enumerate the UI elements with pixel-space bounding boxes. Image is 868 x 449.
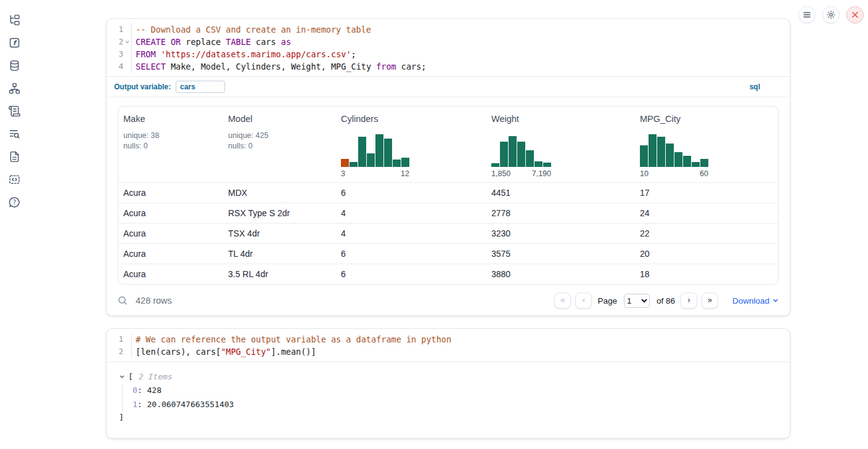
table-row: Acura3.5 RL 4dr6388018 bbox=[118, 264, 778, 284]
fold-slot bbox=[123, 60, 131, 73]
output-variable-label: Output variable: bbox=[114, 83, 171, 91]
column-header-cylinders[interactable]: Cylinders312 bbox=[336, 107, 486, 182]
line-gutter: 2 bbox=[107, 346, 132, 358]
table-header-row: Makeunique: 38nulls: 0Modelunique: 425nu… bbox=[118, 107, 778, 182]
line-number: 4 bbox=[118, 60, 123, 73]
code-token: TABLE bbox=[226, 37, 251, 47]
axis-max-label: 7,190 bbox=[532, 169, 551, 178]
line-number: 2 bbox=[118, 36, 123, 48]
code-content: FROM 'https://datasets.marimo.app/cars.c… bbox=[132, 48, 356, 60]
file-tree-icon[interactable] bbox=[8, 14, 21, 26]
tree-items-count: 2 Items bbox=[139, 370, 173, 384]
chevron-down-icon bbox=[772, 297, 779, 304]
snippets-icon[interactable] bbox=[8, 173, 21, 186]
last-page-button[interactable]: » bbox=[702, 293, 718, 309]
documentation-icon[interactable] bbox=[8, 150, 21, 163]
code-token: "MPG_City" bbox=[221, 347, 271, 357]
data-table: Makeunique: 38nulls: 0Modelunique: 425nu… bbox=[118, 106, 779, 285]
table-row: AcuraTL 4dr6357520 bbox=[118, 243, 778, 264]
table-cell: 17 bbox=[635, 188, 778, 198]
line-number: 1 bbox=[118, 23, 123, 36]
column-header-mpg_city[interactable]: MPG_City1060 bbox=[635, 107, 778, 182]
rows-info: 428 rows bbox=[118, 296, 172, 306]
tree-entry-value: 428 bbox=[147, 386, 161, 395]
datasources-icon[interactable] bbox=[8, 59, 21, 72]
histogram-bar bbox=[683, 156, 691, 167]
hamburger-menu-button[interactable] bbox=[798, 6, 816, 23]
column-header-model[interactable]: Modelunique: 425nulls: 0 bbox=[223, 107, 336, 182]
column-histogram: 312 bbox=[341, 134, 409, 178]
table-cell: 4451 bbox=[486, 188, 635, 198]
download-button[interactable]: Download bbox=[732, 296, 779, 305]
settings-button[interactable] bbox=[822, 6, 840, 23]
shutdown-close-icon bbox=[851, 11, 859, 18]
fold-chevron-icon[interactable] bbox=[123, 36, 131, 48]
svg-text:f: f bbox=[13, 39, 17, 46]
code-content: SELECT Make, Model, Cylinders, Weight, M… bbox=[132, 60, 426, 73]
tree-entry: 1: 20.060747663551403 bbox=[133, 398, 777, 412]
table-cell: 24 bbox=[635, 208, 778, 218]
tree-children: 0: 4281: 20.060747663551403 bbox=[122, 384, 777, 411]
axis-max-label: 60 bbox=[700, 169, 708, 178]
code-token: # We can reference the output variable a… bbox=[136, 334, 451, 344]
histogram-bar bbox=[500, 142, 508, 167]
dependency-graph-icon[interactable] bbox=[8, 82, 21, 95]
column-header-make[interactable]: Makeunique: 38nulls: 0 bbox=[118, 107, 223, 182]
histogram-bar bbox=[649, 134, 657, 167]
first-page-button[interactable]: « bbox=[554, 293, 571, 309]
variables-icon[interactable]: f bbox=[8, 36, 21, 49]
python-output-tree: [ 2 Items 0: 4281: 20.060747663551403 ] bbox=[107, 362, 790, 424]
tree-collapse-chevron-icon[interactable] bbox=[119, 374, 125, 380]
prev-page-button[interactable]: ‹ bbox=[575, 293, 592, 309]
table-cell: Acura bbox=[118, 229, 223, 238]
language-badge: sql bbox=[750, 83, 760, 91]
code-token: replace bbox=[181, 37, 226, 47]
histogram-bars bbox=[491, 134, 551, 167]
sql-code-editor[interactable]: 1-- Download a CSV and create an in-memo… bbox=[107, 19, 790, 77]
table-cell: 22 bbox=[635, 229, 778, 238]
next-page-button[interactable]: › bbox=[681, 293, 697, 309]
column-title: Model bbox=[228, 114, 331, 124]
histogram-axis: 1060 bbox=[640, 169, 708, 178]
code-token: ; bbox=[351, 49, 356, 59]
histogram-bar bbox=[692, 162, 700, 167]
table-cell: Acura bbox=[118, 188, 223, 198]
histogram-bar bbox=[358, 137, 366, 167]
histogram-bar bbox=[393, 160, 401, 167]
table-cell: 3575 bbox=[486, 249, 635, 259]
table-cell: Acura bbox=[118, 208, 223, 218]
help-icon[interactable]: ? bbox=[8, 196, 21, 209]
line-number: 3 bbox=[118, 48, 123, 60]
unique-count: unique: 38 bbox=[123, 131, 218, 141]
logs-icon[interactable] bbox=[8, 127, 21, 140]
search-icon[interactable] bbox=[118, 296, 128, 306]
code-token: Make, Model, Cylinders, Weight, MPG_City bbox=[166, 62, 376, 71]
line-gutter: 1 bbox=[107, 23, 132, 36]
histogram-bar bbox=[401, 158, 409, 167]
fold-slot bbox=[123, 346, 131, 358]
fold-slot bbox=[123, 23, 131, 36]
code-line: 3FROM 'https://datasets.marimo.app/cars.… bbox=[107, 48, 790, 60]
histogram-bar bbox=[657, 137, 665, 167]
histogram-axis: 1,8507,190 bbox=[491, 169, 551, 178]
column-header-weight[interactable]: Weight1,8507,190 bbox=[486, 107, 635, 182]
tree-entry-key: 1 bbox=[133, 400, 137, 409]
code-token: [len(cars), cars[ bbox=[136, 347, 221, 357]
histogram-bar bbox=[384, 139, 392, 167]
code-line: 4SELECT Make, Model, Cylinders, Weight, … bbox=[107, 60, 790, 73]
table-cell: 3230 bbox=[486, 229, 635, 238]
table-cell: Acura bbox=[118, 269, 223, 279]
shutdown-button[interactable] bbox=[846, 6, 864, 23]
output-variable-input[interactable] bbox=[176, 81, 225, 93]
histogram-bar bbox=[375, 134, 383, 167]
code-token: SELECT bbox=[136, 62, 166, 71]
column-title: MPG_City bbox=[640, 114, 773, 124]
code-token: -- Download a CSV and create an in-memor… bbox=[136, 25, 371, 34]
page-select[interactable]: 1 bbox=[624, 294, 650, 308]
code-token: CREATE bbox=[136, 37, 166, 47]
scratchpad-icon[interactable] bbox=[8, 105, 21, 118]
table-row: AcuraRSX Type S 2dr4277824 bbox=[118, 203, 778, 223]
histogram-bar bbox=[517, 142, 525, 167]
python-code-editor[interactable]: 1# We can reference the output variable … bbox=[107, 329, 790, 362]
code-token bbox=[156, 49, 161, 59]
